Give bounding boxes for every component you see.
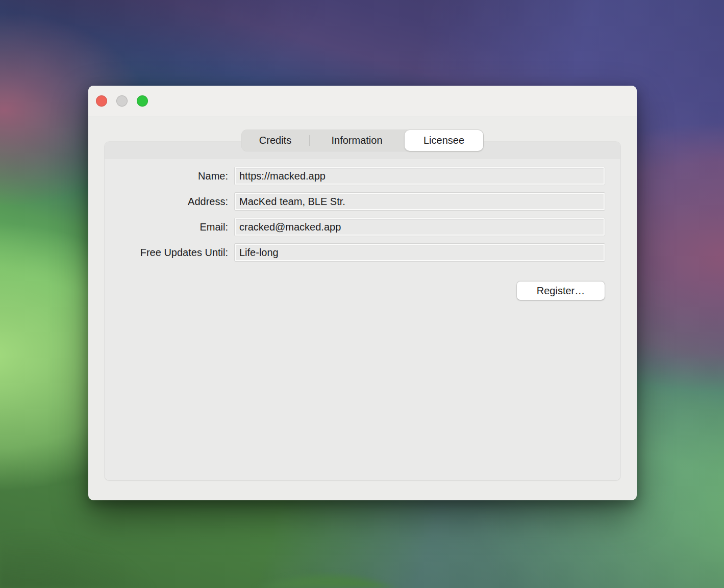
email-row: Email:: [105, 218, 620, 236]
register-button[interactable]: Register…: [517, 282, 605, 300]
free-updates-label: Free Updates Until:: [105, 244, 228, 261]
email-label: Email:: [105, 218, 228, 236]
titlebar[interactable]: [88, 86, 637, 116]
email-field-frame: [235, 218, 605, 236]
address-row: Address:: [105, 193, 620, 210]
licensee-panel: Name: Address: Email: Free Updates Until…: [105, 142, 620, 480]
close-button[interactable]: [96, 95, 107, 107]
email-input[interactable]: [236, 219, 604, 235]
tab-credits[interactable]: Credits: [241, 130, 309, 151]
free-updates-input[interactable]: [236, 245, 604, 260]
name-field-frame: [235, 167, 605, 185]
address-field-frame: [235, 193, 605, 210]
name-input[interactable]: [236, 168, 604, 184]
name-label: Name:: [105, 167, 228, 185]
address-input[interactable]: [236, 194, 604, 209]
desktop: Credits Information Licensee Name: Addre…: [0, 0, 724, 588]
tab-information[interactable]: Information: [310, 130, 404, 151]
tab-segmented-control: Credits Information Licensee: [241, 130, 484, 151]
free-updates-row: Free Updates Until:: [105, 244, 620, 261]
zoom-button[interactable]: [137, 95, 148, 107]
about-window: Credits Information Licensee Name: Addre…: [88, 86, 637, 500]
traffic-lights: [96, 95, 148, 107]
minimize-button[interactable]: [116, 95, 128, 107]
name-row: Name:: [105, 167, 620, 185]
address-label: Address:: [105, 193, 228, 210]
tab-licensee[interactable]: Licensee: [405, 130, 483, 151]
free-updates-field-frame: [235, 244, 605, 261]
